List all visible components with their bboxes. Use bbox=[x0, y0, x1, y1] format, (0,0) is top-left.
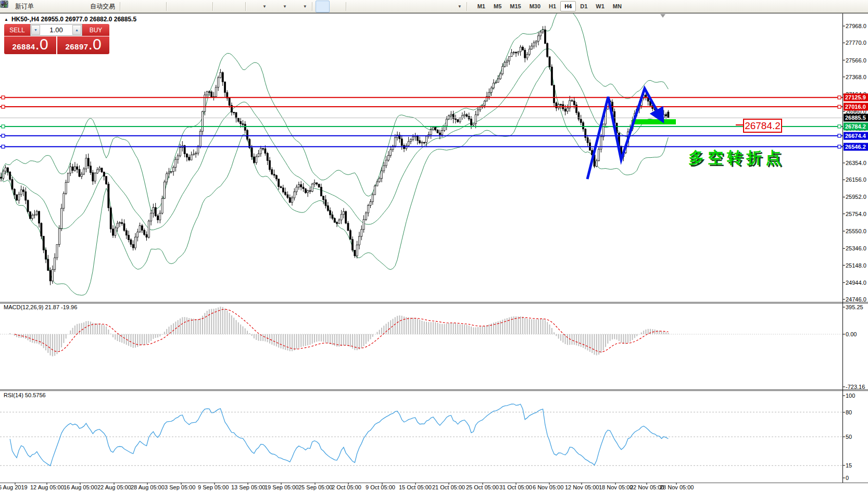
time-axis-label: 6 Aug 2019 bbox=[0, 484, 28, 490]
volume-up-button[interactable]: ▲ bbox=[72, 25, 81, 35]
price-tick-label: 25346.0 bbox=[846, 245, 866, 251]
rsi-scale-label: 50 bbox=[846, 434, 852, 440]
chart-canvas bbox=[0, 0, 868, 493]
price-tick-label: 27968.0 bbox=[846, 23, 866, 29]
time-axis-label: 3 Sep 05:00 bbox=[165, 484, 195, 490]
volume-down-button[interactable]: ▼ bbox=[31, 25, 40, 35]
time-axis-label: 22 Nov 05:00 bbox=[630, 484, 664, 490]
time-axis-label: 19 Sep 05:00 bbox=[265, 484, 298, 490]
chart-frame bbox=[0, 14, 868, 485]
time-axis-label: 13 Sep 05:00 bbox=[231, 484, 265, 490]
turning-point-annotation[interactable]: 多空转折点 bbox=[688, 147, 785, 169]
time-axis-label: 12 Aug 05:00 bbox=[30, 484, 64, 490]
price-line-tag: 26784.2 bbox=[844, 122, 868, 130]
symbol-ohlc-title: HK50-,H4 26955.0 26977.0 26882.0 26885.5 bbox=[11, 16, 136, 23]
price-tick-label: 26156.0 bbox=[846, 176, 866, 183]
time-axis-label: 9 Oct 05:00 bbox=[366, 484, 395, 490]
sell-price-fraction: .0 bbox=[35, 37, 48, 51]
time-axis-label: 6 Nov 05:00 bbox=[533, 484, 563, 490]
time-axis-label: 21 Oct 05:00 bbox=[432, 484, 465, 490]
time-axis-label: 2 Oct 05:00 bbox=[332, 484, 361, 490]
price-line-tag: 26546.2 bbox=[844, 143, 868, 150]
price-tick-label: 26354.0 bbox=[846, 160, 866, 166]
macd-scale-label: 395.25 bbox=[846, 304, 863, 310]
collapse-arrow-icon[interactable]: ▲ bbox=[4, 17, 8, 22]
buy-price-fraction: .0 bbox=[89, 37, 102, 51]
time-axis-label: 25 Sep 05:00 bbox=[298, 484, 332, 490]
rsi-label: RSI(14) 50.5756 bbox=[4, 392, 46, 398]
price-tick-label: 24944.0 bbox=[846, 280, 866, 286]
time-axis-label: 9 Sep 05:00 bbox=[198, 484, 229, 490]
price-tick-label: 27368.0 bbox=[846, 74, 866, 80]
rsi-indicator bbox=[0, 404, 842, 466]
time-axis-label: 28 Nov 05:00 bbox=[660, 484, 694, 490]
time-axis-label: 15 Oct 05:00 bbox=[399, 484, 432, 490]
price-tick-label: 25754.0 bbox=[846, 211, 866, 217]
volume-input[interactable]: 1.00 bbox=[41, 24, 72, 35]
one-click-trading-panel: SELL ▼ 1.00 ▲ BUY 26884 .0 26897 .0 bbox=[4, 24, 109, 54]
price-box-annotation[interactable]: 26784.2 bbox=[743, 119, 782, 133]
price-tick-label: 25550.0 bbox=[846, 228, 866, 234]
chart-title: ▲ HK50-,H4 26955.0 26977.0 26882.0 26885… bbox=[4, 16, 136, 23]
price-line-tag: 27016.0 bbox=[844, 103, 868, 111]
price-line-tag: 26885.5 bbox=[844, 114, 868, 122]
rsi-scale-label: 15 bbox=[846, 462, 852, 469]
sell-price[interactable]: 26884 .0 bbox=[4, 36, 56, 54]
buy-price-main: 26897 bbox=[65, 42, 88, 51]
rsi-scale-label: 80 bbox=[846, 409, 852, 415]
buy-button[interactable]: BUY bbox=[82, 24, 109, 36]
candles bbox=[1, 26, 669, 285]
time-axis-label: 25 Oct 05:00 bbox=[466, 484, 499, 490]
sell-button[interactable]: SELL bbox=[4, 24, 30, 36]
rsi-scale-label: 100 bbox=[846, 393, 855, 399]
buy-price[interactable]: 26897 .0 bbox=[57, 36, 109, 54]
volume-spinner: ▼ 1.00 ▲ bbox=[30, 24, 82, 36]
time-axis-label: 31 Oct 05:00 bbox=[499, 484, 532, 490]
macd-indicator bbox=[0, 307, 842, 356]
macd-scale-label: -723.16 bbox=[846, 384, 865, 390]
time-axis-label: 22 Aug 05:00 bbox=[97, 484, 131, 490]
price-tick-label: 24746.0 bbox=[846, 296, 866, 302]
time-axis-label: 12 Nov 05:00 bbox=[565, 484, 599, 490]
zigzag-annotation[interactable] bbox=[587, 89, 660, 179]
macd-label: MACD(12,26,9) 21.87 -19.96 bbox=[4, 304, 77, 310]
price-tick-label: 27566.0 bbox=[846, 57, 866, 64]
time-axis-label: 18 Nov 05:00 bbox=[599, 484, 633, 490]
chart-shift-marker bbox=[660, 14, 665, 18]
time-axis-label: 16 Aug 05:00 bbox=[64, 484, 97, 490]
price-line-tag: 26674.4 bbox=[844, 132, 868, 140]
sell-price-main: 26884 bbox=[12, 42, 35, 51]
time-axis-label: 28 Aug 05:00 bbox=[131, 484, 165, 490]
price-tick-label: 25952.0 bbox=[846, 194, 866, 200]
highlight-segment[interactable] bbox=[632, 119, 676, 124]
price-line-tag: 27125.9 bbox=[844, 94, 868, 102]
price-tick-label: 25148.0 bbox=[846, 262, 866, 269]
price-tick-label: 27770.0 bbox=[846, 40, 866, 46]
rsi-scale-label: 0 bbox=[846, 475, 849, 481]
macd-scale-label: 0.00 bbox=[846, 331, 857, 337]
